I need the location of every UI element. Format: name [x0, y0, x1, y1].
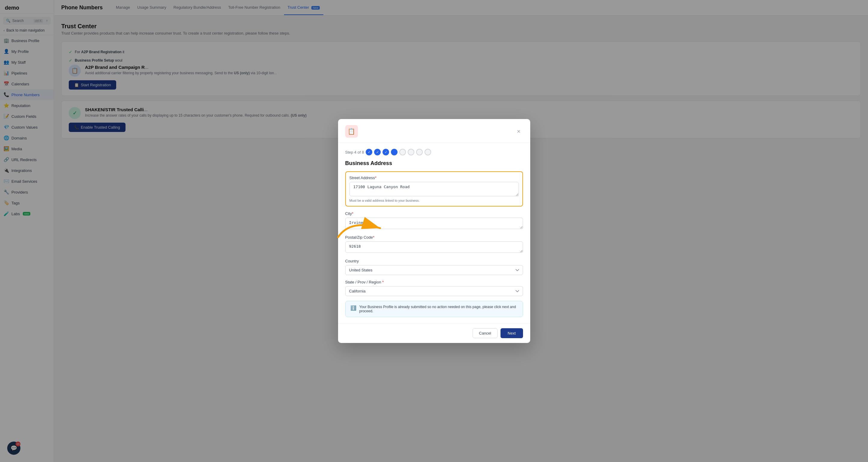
postal-required-mark: * — [373, 235, 374, 239]
next-button[interactable]: Next — [500, 328, 523, 338]
postal-group: Postal/Zip Code* 92618 — [345, 235, 523, 254]
city-required-mark: * — [352, 211, 353, 216]
state-required-mark: * — [381, 280, 384, 284]
country-group: Country United States Canada United King… — [345, 259, 523, 275]
step-dot-1: ✓ — [366, 149, 372, 155]
state-label: State / Prov / Region * — [345, 280, 523, 284]
modal-footer: Cancel Next — [338, 323, 530, 343]
step-indicator: Step 4 of 8 ✓ ✓ ✓ — [345, 149, 523, 155]
step-dot-6 — [408, 149, 414, 155]
modal-header-icon: 📋 — [345, 125, 358, 138]
state-group: State / Prov / Region * California New Y… — [345, 280, 523, 296]
modal-close-button[interactable]: × — [515, 127, 523, 136]
state-select[interactable]: California New York Texas Florida Washin… — [345, 286, 523, 296]
modal-body: Step 4 of 8 ✓ ✓ ✓ Business Address Stree… — [338, 143, 530, 323]
modal-overlay[interactable]: 📋 × Step 4 of 8 ✓ ✓ ✓ Business Address — [0, 0, 868, 462]
step-dot-2: ✓ — [374, 149, 381, 155]
city-input[interactable]: Irvine — [345, 218, 523, 229]
info-icon: ℹ️ — [350, 305, 356, 311]
cancel-button[interactable]: Cancel — [472, 328, 497, 338]
info-banner: ℹ️ Your Business Profile is already subm… — [345, 301, 523, 317]
info-message: Your Business Profile is already submitt… — [360, 305, 518, 313]
step-dot-4 — [391, 149, 398, 155]
city-group: City* Irvine — [345, 211, 523, 230]
modal-section-title: Business Address — [345, 160, 523, 167]
step-dot-7 — [416, 149, 423, 155]
country-select[interactable]: United States Canada United Kingdom Aust… — [345, 265, 523, 275]
step-dot-8 — [425, 149, 431, 155]
street-required-mark: * — [375, 176, 376, 180]
postal-input[interactable]: 92618 — [345, 241, 523, 253]
business-address-modal: 📋 × Step 4 of 8 ✓ ✓ ✓ Business Address — [338, 119, 530, 343]
street-address-group: Street Address* 17100 Laguna Canyon Road… — [345, 171, 523, 206]
street-address-label: Street Address* — [349, 176, 519, 180]
country-label: Country — [345, 259, 523, 263]
step-label: Step 4 of 8 — [345, 150, 364, 154]
modal-header: 📋 × — [338, 119, 530, 143]
step-dot-5 — [399, 149, 406, 155]
step-dot-3: ✓ — [382, 149, 389, 155]
postal-label: Postal/Zip Code* — [345, 235, 523, 239]
street-address-input[interactable]: 17100 Laguna Canyon Road — [349, 182, 519, 196]
street-address-hint: Must be a valid address linked to your b… — [349, 199, 519, 202]
city-label: City* — [345, 211, 523, 216]
